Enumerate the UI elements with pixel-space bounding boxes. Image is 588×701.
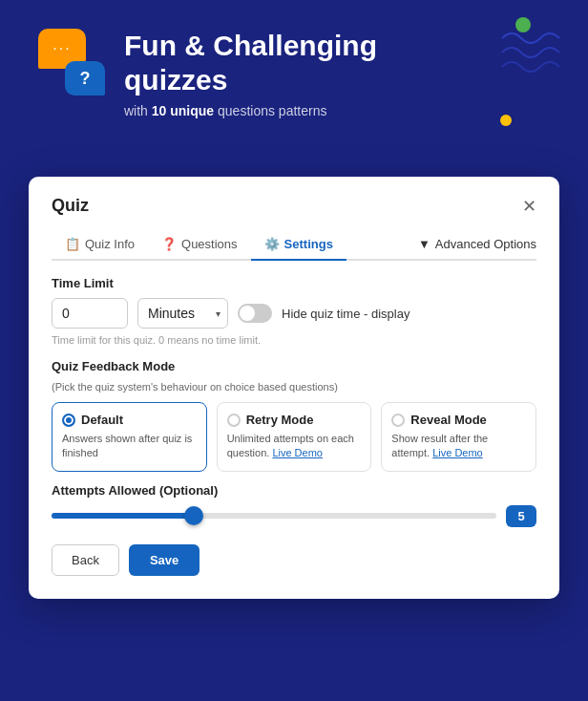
hide-time-toggle[interactable] [238, 304, 272, 323]
hide-time-toggle-row: Hide quiz time - display [238, 304, 410, 323]
tab-quiz-info-label: Quiz Info [85, 237, 135, 251]
tab-bar: 📋 Quiz Info ❓ Questions ⚙️ Settings ▼ Ad… [52, 229, 536, 261]
advanced-options-label: Advanced Options [435, 237, 536, 251]
feedback-option-reveal[interactable]: Reveal Mode Show result after the attemp… [381, 402, 536, 472]
feedback-mode-hint: (Pick the quiz system's behaviour on cho… [52, 381, 536, 393]
reveal-option-desc: Show result after the attempt. Live Demo [391, 432, 526, 461]
slider-fill [52, 513, 194, 519]
reveal-option-title: Reveal Mode [410, 413, 486, 427]
tab-settings-label: Settings [284, 237, 333, 251]
attempts-label: Attempts Allowed (Optional) [52, 483, 536, 498]
retry-option-desc: Unlimited attempts on each question. Liv… [227, 432, 362, 461]
quiz-info-icon: 📋 [65, 237, 80, 251]
hide-time-label: Hide quiz time - display [282, 307, 410, 321]
attempts-slider-container [52, 506, 496, 525]
tab-settings[interactable]: ⚙️ Settings [251, 229, 346, 261]
tab-questions-label: Questions [181, 237, 238, 251]
retry-radio-row: Retry Mode [227, 413, 362, 427]
time-unit-select-wrapper: Minutes Hours Seconds ▾ [137, 298, 228, 329]
default-radio-row: Default [62, 413, 197, 427]
chat-bubble-blue-icon: ? [65, 61, 105, 96]
reveal-live-demo-link[interactable]: Live Demo [432, 447, 483, 458]
toggle-knob [240, 306, 255, 321]
default-option-desc: Answers shown after quiz is finished [62, 432, 197, 461]
back-button[interactable]: Back [52, 544, 119, 576]
slider-track [52, 513, 496, 519]
slider-thumb[interactable] [184, 506, 203, 525]
advanced-options-tab[interactable]: ▼ Advanced Options [418, 237, 536, 251]
reveal-radio [391, 414, 405, 427]
retry-option-title: Retry Mode [246, 413, 314, 427]
time-unit-select[interactable]: Minutes Hours Seconds [137, 298, 228, 329]
reveal-radio-row: Reveal Mode [391, 413, 526, 427]
time-limit-row: Minutes Hours Seconds ▾ Hide quiz time -… [52, 298, 536, 329]
header-text: Fun & Challenging quizzes with 10 unique… [124, 29, 377, 118]
chat-icons: ? [38, 29, 105, 96]
time-limit-hint: Time limit for this quiz. 0 means no tim… [52, 334, 536, 346]
filter-icon: ▼ [418, 237, 430, 251]
wave-decoration [493, 19, 569, 96]
modal-title: Quiz [52, 196, 89, 216]
feedback-options: Default Answers shown after quiz is fini… [52, 402, 536, 472]
close-button[interactable]: ✕ [522, 198, 536, 215]
time-limit-label: Time Limit [52, 276, 536, 290]
bottom-button-row: Back Save [52, 544, 536, 576]
attempts-section: Attempts Allowed (Optional) 5 [52, 483, 536, 527]
quiz-modal: Quiz ✕ 📋 Quiz Info ❓ Questions ⚙️ Settin… [29, 177, 559, 599]
feedback-option-retry[interactable]: Retry Mode Unlimited attempts on each qu… [217, 402, 372, 472]
default-option-title: Default [81, 413, 123, 427]
feedback-mode-label: Quiz Feedback Mode [52, 359, 536, 373]
tab-quiz-info[interactable]: 📋 Quiz Info [52, 229, 148, 261]
decoration-dot-yellow [500, 115, 512, 126]
settings-icon: ⚙️ [264, 237, 280, 251]
retry-radio [227, 414, 241, 427]
default-radio [62, 414, 75, 427]
feedback-option-default[interactable]: Default Answers shown after quiz is fini… [52, 402, 207, 472]
time-limit-input[interactable] [52, 298, 128, 329]
feedback-mode-section: Quiz Feedback Mode (Pick the quiz system… [52, 359, 536, 472]
attempts-value: 5 [506, 505, 536, 527]
retry-live-demo-link[interactable]: Live Demo [272, 447, 323, 458]
tab-questions[interactable]: ❓ Questions [148, 229, 251, 261]
modal-header: Quiz ✕ [52, 196, 536, 216]
attempts-slider-row: 5 [52, 505, 536, 527]
header-title: Fun & Challenging quizzes [124, 29, 377, 97]
questions-icon: ❓ [161, 237, 177, 251]
header-subtitle: with 10 unique questions patterns [124, 103, 377, 118]
save-button[interactable]: Save [129, 544, 200, 576]
